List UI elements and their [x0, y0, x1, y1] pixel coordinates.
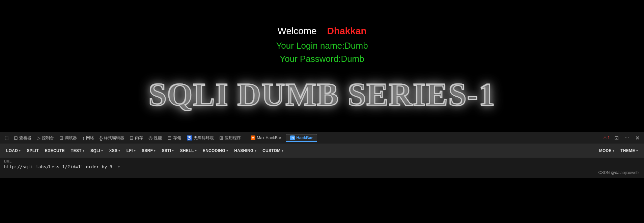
- password-line: Your Password:Dumb: [276, 52, 368, 66]
- url-area: URL http://sqli-labs/Less-1/?id=1' order…: [0, 157, 644, 178]
- load-arrow: ▾: [19, 149, 21, 152]
- execute-button[interactable]: EXECUTE: [42, 147, 67, 154]
- split-button[interactable]: SPLIT: [24, 147, 42, 154]
- url-label: URL: [4, 159, 640, 164]
- devtools-max-hackbar[interactable]: M Max HackBar: [247, 134, 284, 141]
- devtools-more-btn[interactable]: ···: [623, 134, 631, 142]
- error-icon: ⚠: [603, 135, 607, 140]
- lfi-button[interactable]: LFI ▾: [124, 147, 138, 154]
- devtools-style-editor[interactable]: {} 样式编辑器: [97, 134, 126, 142]
- hashing-button[interactable]: HASHING ▾: [231, 147, 259, 154]
- mode-button[interactable]: MODE ▾: [596, 147, 617, 154]
- lfi-arrow: ▾: [134, 149, 136, 152]
- csdn-watermark: CSDN @dalaojiaoweb: [598, 170, 639, 175]
- title-area: SQLI DUMB SERIES-1: [148, 76, 495, 113]
- devtools-accessibility[interactable]: ♿ 无障碍环境: [185, 134, 216, 142]
- hackbar-icon: H: [290, 135, 295, 140]
- sqli-title: SQLI DUMB SERIES-1: [148, 76, 495, 113]
- test-button[interactable]: TEST ▾: [68, 147, 87, 154]
- shell-arrow: ▾: [195, 149, 197, 152]
- login-name-line: Your Login name:Dumb: [276, 39, 368, 52]
- devtools-storage[interactable]: ☰ 存储: [165, 134, 183, 142]
- devtools-right-area: ⚠ 1 ⊡ ··· ✕: [603, 134, 641, 142]
- devtools-close-btn[interactable]: ✕: [634, 134, 641, 142]
- devtools-viewer[interactable]: ⊡ 查看器: [12, 134, 33, 142]
- max-hackbar-icon: M: [251, 135, 255, 140]
- url-value[interactable]: http://sqli-labs/Less-1/?id=1' order by …: [4, 164, 640, 169]
- hackbar-toolbar: LOAD ▾ SPLIT EXECUTE TEST ▾ SQLI ▾ XSS ▾…: [0, 144, 644, 157]
- login-info: Your Login name:Dumb Your Password:Dumb: [276, 39, 368, 66]
- shell-button[interactable]: SHELL ▾: [177, 147, 199, 154]
- hashing-arrow: ▾: [255, 149, 256, 152]
- devtools-responsive-btn[interactable]: ⊡: [613, 134, 620, 142]
- encoding-button[interactable]: ENCODING ▾: [200, 147, 231, 154]
- devtools-application[interactable]: ⊞ 应用程序: [217, 134, 243, 142]
- sqli-button[interactable]: SQLI ▾: [88, 147, 106, 154]
- custom-arrow: ▾: [282, 149, 283, 152]
- ssti-arrow: ▾: [172, 149, 174, 152]
- sqli-arrow: ▾: [101, 149, 103, 152]
- encoding-arrow: ▾: [226, 149, 228, 152]
- test-arrow: ▾: [83, 149, 84, 152]
- toolbar-right: MODE ▾ THEME ▾: [596, 147, 641, 154]
- error-badge[interactable]: ⚠ 1: [603, 135, 610, 140]
- ssrf-button[interactable]: SSRF ▾: [139, 147, 159, 154]
- theme-button[interactable]: THEME ▾: [618, 147, 641, 154]
- devtools-bar: ⬚ ⊡ 查看器 ▷ 控制台 ⊡ 调试器 ↕ 网络 {} 样式编辑器 ⊟ 内存 ◎…: [0, 132, 644, 144]
- ssrf-arrow: ▾: [154, 149, 156, 152]
- devtools-memory[interactable]: ⊟ 内存: [128, 134, 145, 142]
- xss-arrow: ▾: [118, 149, 120, 152]
- ssti-button[interactable]: SSTI ▾: [159, 147, 177, 154]
- devtools-network[interactable]: ↕ 网络: [80, 134, 96, 142]
- devtools-debugger[interactable]: ⊡ 调试器: [57, 134, 79, 142]
- mode-arrow: ▾: [613, 149, 614, 152]
- devtools-console[interactable]: ▷ 控制台: [35, 134, 56, 142]
- devtools-inspect-icon[interactable]: ⬚: [3, 134, 10, 141]
- devtools-separator-1: [245, 134, 245, 141]
- theme-arrow: ▾: [636, 149, 638, 152]
- load-button[interactable]: LOAD ▾: [3, 147, 24, 154]
- welcome-line: Welcome Dhakkan: [277, 26, 366, 36]
- xss-button[interactable]: XSS ▾: [107, 147, 123, 154]
- devtools-hackbar[interactable]: H HackBar: [286, 134, 317, 142]
- error-count: 1: [608, 135, 610, 140]
- custom-button[interactable]: CUSTOM ▾: [260, 147, 286, 154]
- welcome-prefix: Welcome: [277, 26, 316, 36]
- devtools-performance[interactable]: ◎ 性能: [146, 134, 164, 142]
- welcome-name: Dhakkan: [327, 26, 367, 36]
- main-content: Welcome Dhakkan Your Login name:Dumb You…: [0, 0, 644, 132]
